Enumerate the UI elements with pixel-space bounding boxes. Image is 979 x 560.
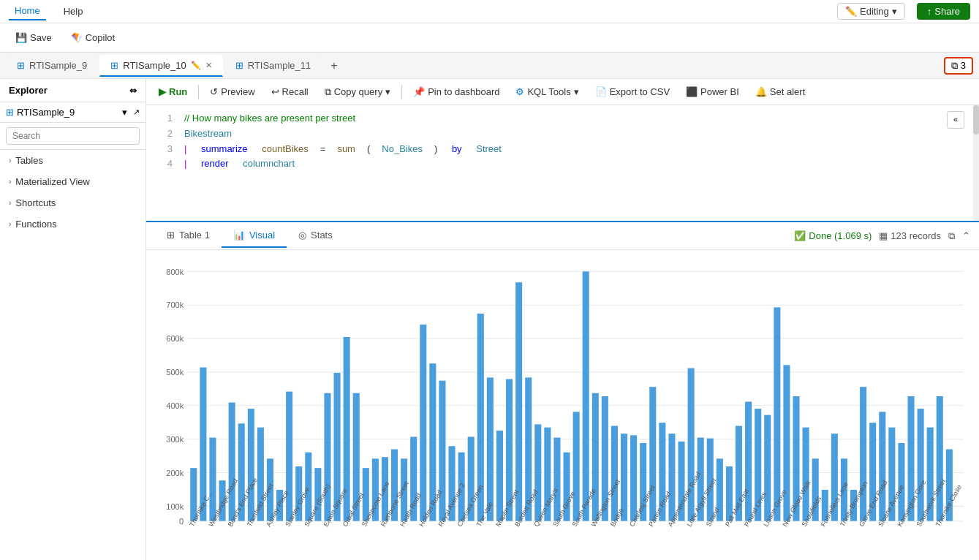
svg-text:600k: 600k xyxy=(166,334,184,343)
svg-rect-88 xyxy=(860,387,866,521)
collapse-results-icon[interactable]: ⌃ xyxy=(962,230,970,241)
sidebar-item-materialized-view[interactable]: › Materialized View xyxy=(0,171,145,192)
power-bi-button[interactable]: ⬛ Power BI xyxy=(679,83,746,100)
pin-dashboard-button[interactable]: 📌 Pin to dashboard xyxy=(407,83,506,100)
main-layout: Explorer ⇔ ⊞ RTISample_9 ▾ ↗ › Tables › … xyxy=(0,79,979,560)
preview-button[interactable]: ↺ Preview xyxy=(203,83,261,100)
table-icon: ⊞ xyxy=(167,230,175,241)
tab-visual[interactable]: 📊 Visual xyxy=(222,224,287,248)
copy-query-button[interactable]: ⧉ Copy query ▾ xyxy=(318,83,397,101)
alert-icon: 🔔 xyxy=(755,86,767,97)
code-line-3: 3 | summarize countBikes=sum(No_Bikes) b… xyxy=(158,142,967,157)
svg-rect-44 xyxy=(439,381,445,521)
chevron-down-icon: ▾ xyxy=(892,6,897,17)
table-icon: ⊞ xyxy=(235,60,243,71)
sidebar: Explorer ⇔ ⊞ RTISample_9 ▾ ↗ › Tables › … xyxy=(0,79,146,560)
svg-text:400k: 400k xyxy=(166,401,184,410)
svg-rect-96 xyxy=(937,396,943,521)
svg-rect-22 xyxy=(229,403,235,521)
sidebar-item-tables[interactable]: › Tables xyxy=(0,150,145,171)
svg-text:0: 0 xyxy=(179,517,184,526)
chart-area: 800k 700k 600k 500k 400k 300k 200k 100k … xyxy=(146,250,979,560)
tab-rtisample9[interactable]: ⊞ RTISample_9 xyxy=(6,55,98,76)
open-external-icon[interactable]: ↗ xyxy=(133,107,140,117)
svg-rect-94 xyxy=(918,409,924,521)
tab-rtisample11[interactable]: ⊞ RTISample_11 xyxy=(224,55,322,76)
main-toolbar: 💾 Save 🪁 Copilot xyxy=(0,23,979,53)
run-button[interactable]: ▶ Run xyxy=(152,83,194,100)
chart-icon: 📊 xyxy=(233,230,245,241)
svg-text:100k: 100k xyxy=(166,502,184,510)
svg-rect-62 xyxy=(611,426,618,521)
svg-rect-56 xyxy=(553,438,560,521)
svg-rect-42 xyxy=(420,325,426,521)
nav-home[interactable]: Home xyxy=(9,2,46,20)
results-tabs-left: ⊞ Table 1 📊 Visual ◎ Stats xyxy=(155,224,344,248)
kql-tools-button[interactable]: ⚙ KQL Tools ▾ xyxy=(509,83,585,100)
share-button[interactable]: ↑ Share xyxy=(917,3,970,20)
code-line-1: 1 // How many bikes are present per stre… xyxy=(158,111,967,126)
run-icon: ▶ xyxy=(159,86,166,97)
check-icon: ✅ xyxy=(794,230,806,241)
editing-button[interactable]: ✏️ Editing ▾ xyxy=(837,3,905,20)
expand-icon[interactable]: ⇔ xyxy=(129,86,137,96)
svg-rect-66 xyxy=(649,387,656,521)
svg-rect-52 xyxy=(515,282,522,521)
collapse-button[interactable]: « xyxy=(947,111,964,129)
tab-stats[interactable]: ◎ Stats xyxy=(287,224,344,248)
bar-chart: 800k 700k 600k 500k 400k 300k 200k 100k … xyxy=(158,256,967,560)
add-tab-button[interactable]: + xyxy=(323,56,344,75)
recall-button[interactable]: ↩ Recall xyxy=(265,83,315,100)
stats-icon: ◎ xyxy=(298,230,306,241)
chevron-down-icon: ▾ xyxy=(385,86,390,97)
code-editor[interactable]: 1 // How many bikes are present per stre… xyxy=(146,105,979,222)
svg-rect-24 xyxy=(248,409,254,521)
edit-tab-icon[interactable]: ✏️ xyxy=(191,61,201,70)
svg-rect-63 xyxy=(621,434,627,521)
svg-rect-28 xyxy=(286,392,292,521)
share-icon: ↑ xyxy=(927,6,932,17)
db-icon: ⊞ xyxy=(6,107,14,118)
chevron-right-icon: › xyxy=(9,220,11,228)
results-status: ✅ Done (1.069 s) ▦ 123 records ⧉ ⌃ xyxy=(794,230,970,242)
close-tab-button[interactable]: ✕ xyxy=(205,61,212,70)
editor-scrollbar[interactable] xyxy=(973,105,979,221)
table-icon: ⊞ xyxy=(17,60,25,71)
separator xyxy=(401,85,402,99)
svg-rect-64 xyxy=(630,435,637,521)
svg-rect-60 xyxy=(592,393,599,521)
results-tabs-row: ⊞ Table 1 📊 Visual ◎ Stats ✅ Do xyxy=(146,222,979,250)
save-icon: 💾 xyxy=(15,32,27,43)
sidebar-item-shortcuts[interactable]: › Shortcuts xyxy=(0,192,145,213)
powerbi-icon: ⬛ xyxy=(686,86,698,97)
save-button[interactable]: 💾 Save xyxy=(9,29,58,47)
svg-rect-58 xyxy=(573,412,580,521)
db-selector[interactable]: ⊞ RTISample_9 ▾ ↗ xyxy=(0,102,145,123)
records-icon: ▦ xyxy=(879,230,888,241)
records-badge: ▦ 123 records xyxy=(879,230,941,241)
set-alert-button[interactable]: 🔔 Set alert xyxy=(749,83,812,100)
pin-icon: 📌 xyxy=(413,86,425,97)
scrollbar-thumb xyxy=(973,105,979,135)
copilot-button[interactable]: 🪁 Copilot xyxy=(64,29,121,47)
svg-rect-78 xyxy=(764,415,771,521)
copy-count-badge[interactable]: ⧉ 3 xyxy=(944,57,973,75)
sidebar-item-functions[interactable]: › Functions xyxy=(0,213,145,235)
tab-table1[interactable]: ⊞ Table 1 xyxy=(155,224,222,248)
svg-rect-20 xyxy=(209,438,216,521)
nav-help[interactable]: Help xyxy=(58,3,89,20)
preview-icon: ↺ xyxy=(210,86,218,97)
copy-icon: ⧉ xyxy=(951,60,958,72)
export-icon: 📄 xyxy=(595,86,607,97)
search-input[interactable] xyxy=(6,127,140,145)
svg-text:500k: 500k xyxy=(166,368,184,377)
copilot-icon: 🪁 xyxy=(71,32,83,43)
chevron-right-icon: › xyxy=(9,199,11,207)
tab-rtisample10[interactable]: ⊞ RTISample_10 ✏️ ✕ xyxy=(99,55,222,77)
export-csv-button[interactable]: 📄 Export to CSV xyxy=(589,83,676,100)
search-box xyxy=(0,123,145,150)
recall-icon: ↩ xyxy=(271,86,279,97)
svg-text:200k: 200k xyxy=(166,469,184,477)
copy-icon: ⧉ xyxy=(325,86,331,98)
copy-results-icon[interactable]: ⧉ xyxy=(948,230,955,242)
